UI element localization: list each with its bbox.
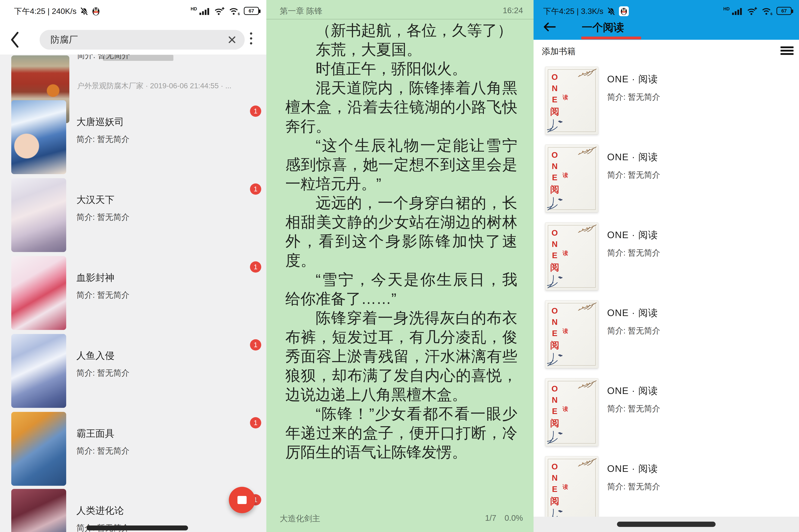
- plum-branch-icon: [571, 302, 597, 317]
- book-desc: 简介: 暂无简介: [607, 325, 660, 336]
- wifi-plus-icon: [214, 6, 225, 16]
- paragraph: “这个生辰礼物一定能让雪宁感到惊喜，她一定想不到这里会是一粒培元丹。”: [285, 136, 517, 193]
- cover-read-char: 读: [563, 405, 568, 413]
- tab-source-title[interactable]: 一个阅读: [582, 20, 624, 35]
- mute-icon: [80, 7, 88, 16]
- battery-icon: 67: [244, 7, 259, 15]
- result-desc: 简介: 暂无简介: [76, 290, 130, 301]
- signal-icon: [199, 6, 210, 16]
- stop-playback-fab[interactable]: [229, 487, 255, 513]
- plum-branch-icon: [571, 146, 597, 161]
- book-cover: O N E 阅 读: [545, 223, 598, 290]
- tab-indicator: [581, 37, 641, 39]
- search-query-text: 防腐厂: [51, 34, 228, 46]
- cover-one-text: O N E 阅: [549, 305, 560, 352]
- chevron-back-icon[interactable]: [9, 31, 20, 49]
- book-title: ONE · 阅读: [607, 73, 658, 86]
- result-thumbnail: [11, 489, 66, 532]
- paragraph: （新书起航，各位，久等了）: [285, 21, 517, 40]
- svg-text:6: 6: [770, 12, 773, 16]
- unread-badge: 1: [250, 184, 261, 195]
- result-title: 人类进化论: [76, 504, 124, 517]
- result-desc: 简介: 暂无简介: [76, 367, 130, 378]
- hamburger-menu-icon[interactable]: [781, 46, 794, 55]
- page-indicator: 1/7: [485, 513, 496, 522]
- signal-icon: [731, 6, 743, 16]
- result-thumbnail: [11, 256, 66, 330]
- result-desc: 简介: 暂无简介: [76, 134, 130, 145]
- svg-text:6: 6: [238, 12, 240, 16]
- status-time-speed: 下午4:25 | 240K/s: [14, 6, 76, 17]
- result-title: 血影封神: [76, 271, 114, 284]
- app-header: 下午4:25 | 3.3K/s: [533, 0, 799, 40]
- unread-badge: 1: [250, 106, 261, 117]
- search-input[interactable]: 防腐厂: [40, 30, 245, 50]
- book-list-item[interactable]: O N E 阅 读 ONE · 阅读 简介: 暂无简介: [533, 300, 799, 378]
- back-arrow-icon[interactable]: [542, 21, 556, 33]
- wifi-plus-icon: [747, 6, 758, 16]
- progress-percent: 0.0%: [505, 513, 523, 522]
- book-title: ONE · 阅读: [607, 229, 658, 242]
- clipped-desc-text: 简介: 暂无简介: [77, 55, 130, 61]
- result-desc: 简介: 暂无简介: [76, 445, 130, 456]
- clear-icon[interactable]: [228, 35, 237, 44]
- book-desc: 简介: 暂无简介: [607, 481, 660, 492]
- book-list-item[interactable]: O N E 阅 读 ONE · 阅读 简介: 暂无简介: [533, 145, 799, 223]
- plum-branch-icon: [571, 457, 597, 473]
- chapter-title: 第一章 陈锋: [280, 6, 323, 17]
- home-indicator[interactable]: [617, 521, 715, 527]
- cover-read-char: 读: [563, 483, 568, 491]
- left-status-bar: 下午4:25 | 240K/s HD: [0, 6, 266, 17]
- result-meta-text: 户外景观防腐木厂家 · 2019-06-06 21:44:55 · ...: [77, 81, 232, 91]
- search-result-item[interactable]: 血影封神 简介: 暂无简介 1: [0, 256, 266, 334]
- search-result-item[interactable]: 人鱼入侵 简介: 暂无简介 1: [0, 334, 266, 412]
- book-title: ONE · 阅读: [607, 151, 658, 164]
- cover-read-char: 读: [563, 171, 568, 179]
- search-results-panel: 下午4:25 | 240K/s HD: [0, 0, 266, 532]
- paragraph: 陈锋穿着一身洗得灰白的布衣布裤，短发过耳，有几分凌乱，俊秀面容上淤青残留，汗水淋…: [285, 308, 517, 404]
- paragraph: 远远的，一个身穿白裙的，长相甜美文静的少女站在湖边的树林外，看到这个身影陈锋加快…: [285, 193, 517, 270]
- reader-panel[interactable]: 第一章 陈锋 16:24 （新书起航，各位，久等了） 东荒，大夏国。 时值正午，…: [266, 0, 533, 532]
- book-title: 大造化剑主: [280, 513, 320, 524]
- cover-one-text: O N E 阅: [549, 383, 560, 430]
- book-list-item[interactable]: O N E 阅 读 ONE · 阅读 简介: 暂无简介: [533, 66, 799, 145]
- plum-branch-icon: [571, 380, 597, 395]
- reader-footer: 大造化剑主 1/7 0.0%: [280, 513, 523, 524]
- paragraph: “雪宁，今天是你生辰日，我给你准备了……”: [285, 270, 517, 308]
- status-time-speed: 下午4:25 | 3.3K/s: [543, 6, 603, 17]
- book-list-item[interactable]: O N E 阅 读 ONE · 阅读 简介: 暂无简介: [533, 456, 799, 517]
- kebab-menu-icon[interactable]: [250, 32, 252, 44]
- result-title: 大唐巡妖司: [76, 116, 124, 128]
- book-list-item[interactable]: O N E 阅 读 ONE · 阅读 简介: 暂无简介: [533, 223, 799, 300]
- book-cover: O N E 阅 读: [545, 378, 598, 446]
- result-thumbnail: [11, 178, 66, 252]
- paragraph: 混天道院内，陈锋捧着八角黑檀木盒，沿着去往镜湖的小路飞快奔行。: [285, 78, 517, 136]
- book-title: ONE · 阅读: [607, 384, 658, 397]
- reader-body-text: （新书起航，各位，久等了） 东荒，大夏国。 时值正午，骄阳似火。 混天道院内，陈…: [285, 21, 517, 462]
- plum-branch-icon: [571, 224, 597, 239]
- search-result-item[interactable]: 大唐巡妖司 简介: 暂无简介 1: [0, 100, 266, 178]
- book-cover: O N E 阅 读: [545, 300, 598, 368]
- result-thumbnail: [11, 100, 66, 174]
- book-cover: O N E 阅 读: [545, 145, 598, 212]
- search-result-item[interactable]: 大汉天下 简介: 暂无简介 1: [0, 178, 266, 256]
- hd-label: HD: [190, 6, 197, 12]
- book-desc: 简介: 暂无简介: [607, 247, 660, 258]
- cover-read-char: 读: [563, 327, 568, 335]
- search-result-item[interactable]: 霸王面具 简介: 暂无简介 1: [0, 412, 266, 490]
- add-books-row: 添加书籍: [533, 40, 799, 60]
- book-cover: O N E 阅 读: [545, 66, 598, 135]
- plum-branch-icon: [571, 68, 597, 83]
- qq-penguin-icon: [619, 6, 629, 16]
- home-indicator[interactable]: [87, 526, 188, 530]
- book-desc: 简介: 暂无简介: [607, 170, 660, 180]
- screenshot-root: 下午4:25 | 240K/s HD: [0, 0, 799, 532]
- result-title: 大汉天下: [76, 193, 114, 206]
- book-title: ONE · 阅读: [607, 306, 658, 319]
- paragraph: 东荒，大夏国。: [285, 40, 517, 59]
- result-desc: 简介: 暂无简介: [76, 212, 130, 223]
- book-list-item[interactable]: O N E 阅 读 ONE · 阅读 简介: 暂无简介: [533, 378, 799, 456]
- result-title: 人鱼入侵: [76, 349, 114, 362]
- wifi-6-icon: 6: [229, 6, 240, 16]
- book-cover: O N E 阅 读: [545, 456, 598, 517]
